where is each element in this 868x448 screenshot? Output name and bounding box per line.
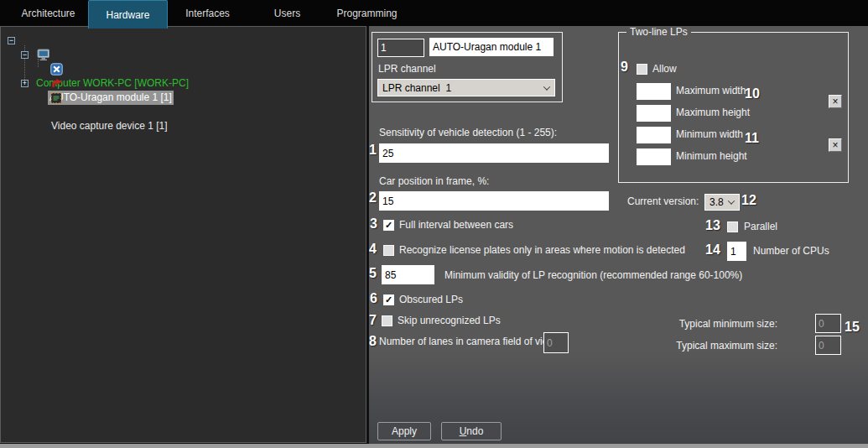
two-line-lps-legend: Two-line LPs <box>626 26 691 38</box>
lanes-label: Number of lanes in camera field of view: <box>379 336 558 347</box>
chevron-down-icon <box>728 197 735 204</box>
allow-checkbox[interactable] <box>637 64 647 75</box>
undo-button-accel: U <box>460 425 467 437</box>
car-position-field[interactable] <box>379 191 609 211</box>
sensitivity-label: Sensitivity of vehicle detection (1 - 25… <box>379 127 557 138</box>
typical-min-size-field[interactable] <box>815 314 841 333</box>
tree-item-computer[interactable]: − Computer WORK-PC [WORK-PC] <box>1 34 366 48</box>
min-validity-field[interactable] <box>382 265 434 284</box>
min-height-label: Minimum height <box>676 150 747 162</box>
allow-label: Allow <box>652 63 677 75</box>
module-name-field[interactable] <box>429 38 554 56</box>
callout-12: 12 <box>741 193 756 208</box>
tree-item-video-capture-label: Video capture device 1 [1] <box>49 119 169 133</box>
max-height-field[interactable] <box>637 105 671 122</box>
callout-6: 6 <box>370 291 377 306</box>
min-validity-label: Minimum validity of LP recognition (reco… <box>444 269 742 281</box>
tab-programming[interactable]: Programming <box>327 0 407 26</box>
cpus-label: Number of CPUs <box>753 245 829 257</box>
min-height-field[interactable] <box>637 148 671 165</box>
module-settings-panel: LPR channel LPR channel 1 Two-line LPs 9… <box>369 25 868 444</box>
callout-2: 2 <box>369 190 377 206</box>
current-version-label: Current version: <box>627 195 699 207</box>
main-tab-bar: Architecture Hardware Interfaces Users P… <box>0 0 868 26</box>
two-line-lps-group: Two-line LPs 9 Allow Maximum width Maxim… <box>618 32 849 183</box>
min-width-label: Minimum width <box>676 128 743 140</box>
window-bottom-edge <box>0 444 868 448</box>
sensitivity-field[interactable] <box>379 143 609 163</box>
typical-min-size-label: Typical minimum size: <box>667 318 777 330</box>
obscured-lps-label: Obscured LPs <box>399 294 463 305</box>
lpr-channel-selected-value: LPR channel 1 <box>382 82 451 94</box>
typical-max-size-field[interactable] <box>815 336 841 355</box>
collapse-icon[interactable]: − <box>8 37 15 44</box>
parallel-label: Parallel <box>744 221 777 232</box>
callout-10: 10 <box>745 86 760 102</box>
tab-interfaces[interactable]: Interfaces <box>168 0 247 26</box>
typical-max-size-label: Typical maximum size: <box>667 340 777 352</box>
tree-item-uragan-module[interactable]: AUTO-Uragan module 1 [1] <box>1 62 366 76</box>
motion-only-checkbox[interactable] <box>383 245 394 256</box>
collapse-icon[interactable]: − <box>21 51 29 59</box>
max-width-field[interactable] <box>637 83 671 100</box>
skip-unrecognized-label: Skip unrecognized LPs <box>398 315 501 326</box>
undo-button[interactable]: Undo <box>441 422 502 440</box>
full-interval-checkbox[interactable]: ✓ <box>383 220 394 231</box>
callout-3: 3 <box>370 216 377 232</box>
lpr-channel-label: LPR channel <box>378 63 436 75</box>
current-version-value: 3.8 <box>709 196 724 208</box>
max-height-label: Maximum height <box>676 107 750 118</box>
tab-users[interactable]: Users <box>247 0 327 26</box>
tree-item-lpr-channel[interactable]: − LPR channel 1 [1] <box>1 48 366 62</box>
callout-13: 13 <box>705 218 720 233</box>
callout-15: 15 <box>845 320 860 335</box>
expand-icon[interactable]: + <box>21 80 29 87</box>
tree-item-uragan-module-label: AUTO-Uragan module 1 [1] <box>48 91 174 105</box>
min-width-field[interactable] <box>637 127 671 143</box>
callout-5: 5 <box>369 266 377 281</box>
lpr-channel-select[interactable]: LPR channel 1 <box>377 79 555 96</box>
tab-hardware[interactable]: Hardware <box>88 0 168 29</box>
parallel-checkbox[interactable] <box>727 221 738 232</box>
obscured-lps-checkbox[interactable]: ✓ <box>383 294 394 305</box>
max-width-label: Maximum width <box>676 85 746 96</box>
module-id-field[interactable] <box>377 39 424 57</box>
callout-9: 9 <box>621 60 628 75</box>
callout-11: 11 <box>745 131 759 146</box>
callout-4: 4 <box>369 242 377 257</box>
skip-unrecognized-checkbox[interactable] <box>382 315 392 326</box>
callout-14: 14 <box>705 242 720 258</box>
tab-architecture[interactable]: Architecture <box>8 0 88 26</box>
callout-7: 7 <box>369 313 377 328</box>
lanes-field[interactable] <box>543 332 569 353</box>
motion-only-label: Recognize license plates only in areas w… <box>399 244 685 256</box>
undo-button-rest: ndo <box>466 425 483 437</box>
current-version-select[interactable]: 3.8 <box>704 194 740 211</box>
tree-item-video-capture[interactable]: + Video capture device 1 [1] <box>1 76 366 91</box>
clear-min-button[interactable]: × <box>829 138 842 152</box>
video-capture-icon <box>34 78 62 122</box>
module-identity-group: LPR channel LPR channel 1 <box>372 32 563 102</box>
callout-8: 8 <box>369 334 377 349</box>
chevron-down-icon <box>543 83 550 90</box>
hardware-tree-panel: − Computer WORK-PC [WORK-PC] − LPR chann… <box>0 26 366 443</box>
full-interval-label: Full interval between cars <box>399 219 513 231</box>
cpus-field[interactable] <box>727 242 746 261</box>
car-position-label: Car position in frame, %: <box>379 175 489 187</box>
clear-max-button[interactable]: × <box>829 95 842 108</box>
apply-button[interactable]: Apply <box>377 422 431 440</box>
callout-1: 1 <box>369 143 377 158</box>
